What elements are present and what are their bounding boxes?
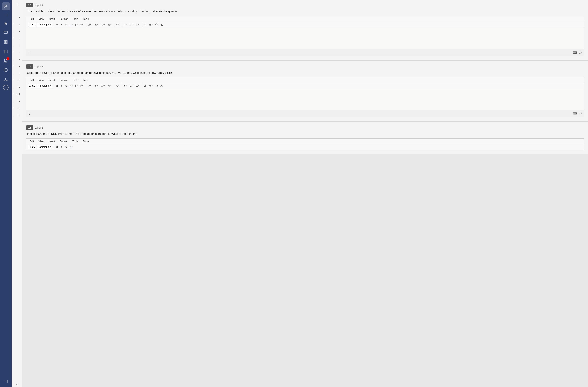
- font-color-btn-18[interactable]: A ∨: [69, 145, 74, 149]
- font-color-btn-17[interactable]: A ∨: [69, 84, 74, 88]
- italic-btn-16[interactable]: I: [59, 22, 63, 27]
- menu-format-16[interactable]: Format: [59, 17, 68, 21]
- spell-btn-17[interactable]: ✎ ∨: [115, 84, 120, 88]
- num-6[interactable]: 6: [12, 49, 22, 56]
- underline-btn-16[interactable]: U: [64, 22, 68, 27]
- cloud-btn-16[interactable]: [159, 22, 164, 27]
- menu-format-18[interactable]: Format: [59, 139, 68, 143]
- clock-icon[interactable]: [2, 66, 10, 74]
- paragraph-18[interactable]: Paragraph ∨: [37, 145, 52, 149]
- link-btn-17[interactable]: ∨: [87, 84, 93, 88]
- menu-tools-17[interactable]: Tools: [72, 78, 79, 82]
- underline-btn-17[interactable]: U: [64, 84, 68, 88]
- user-icon[interactable]: [2, 2, 10, 10]
- num-3[interactable]: 3: [12, 28, 22, 35]
- align-btn-16[interactable]: ≡∨: [123, 22, 128, 27]
- paragraph-16[interactable]: Paragraph ∨: [37, 22, 52, 27]
- menu-view-17[interactable]: View: [38, 78, 45, 82]
- menu-table-16[interactable]: Table: [82, 17, 90, 21]
- highlight-btn-17[interactable]: ∥∨: [74, 84, 79, 88]
- list-btn-17[interactable]: ∨: [128, 84, 134, 88]
- num-11[interactable]: 11: [12, 84, 22, 91]
- question-17-block: 17 1 point Order from HCP for IV infusio…: [22, 61, 588, 121]
- format-btn-17[interactable]: Io: [143, 84, 147, 88]
- paragraph-17[interactable]: Paragraph ∨: [37, 84, 52, 88]
- menu-insert-18[interactable]: Insert: [48, 139, 56, 143]
- editor-16-body[interactable]: [26, 28, 584, 49]
- accessibility-icon-17[interactable]: ⓪: [579, 112, 582, 116]
- num-5[interactable]: 5: [12, 42, 22, 49]
- num-7[interactable]: 7: [12, 56, 22, 63]
- embed-btn-16[interactable]: ∨: [106, 22, 112, 27]
- embed-btn-17[interactable]: ∨: [106, 84, 112, 88]
- menu-format-17[interactable]: Format: [59, 78, 68, 82]
- accessibility-icon-16[interactable]: ⓪: [579, 51, 582, 55]
- document-badge-icon[interactable]: [2, 57, 10, 64]
- italic-btn-18[interactable]: I: [59, 145, 63, 149]
- menu-insert-16[interactable]: Insert: [48, 17, 56, 21]
- layout-grid-icon[interactable]: [2, 38, 10, 46]
- bookmark-star-icon[interactable]: [2, 20, 10, 27]
- menu-table-18[interactable]: Table: [82, 139, 90, 143]
- network-icon[interactable]: [2, 75, 10, 83]
- superscript-btn-16[interactable]: T2 ∨: [79, 22, 84, 27]
- sqrt-btn-17[interactable]: √x: [154, 84, 159, 88]
- font-color-btn-16[interactable]: A ∨: [69, 22, 74, 27]
- sqrt-btn-16[interactable]: √x: [154, 22, 159, 27]
- num-2[interactable]: 2: [12, 21, 22, 28]
- editor-17-body[interactable]: [26, 89, 584, 110]
- font-size-17[interactable]: 12pt ∨: [28, 84, 36, 88]
- spell-btn-16[interactable]: ✎ ∨: [115, 22, 120, 27]
- num-14[interactable]: 14: [12, 105, 22, 112]
- bold-btn-17[interactable]: B: [55, 84, 59, 88]
- cloud-btn-17[interactable]: [159, 84, 164, 88]
- menu-view-18[interactable]: View: [38, 139, 45, 143]
- font-size-18[interactable]: 12pt ∨: [28, 145, 36, 149]
- menu-tools-16[interactable]: Tools: [72, 17, 79, 21]
- num-15[interactable]: 15: [12, 112, 22, 119]
- num-10[interactable]: 10: [12, 77, 22, 84]
- menu-edit-16[interactable]: Edit: [29, 17, 35, 21]
- format-btn-16[interactable]: Io: [143, 22, 147, 27]
- num-12[interactable]: · 12: [12, 91, 22, 98]
- italic-btn-17[interactable]: I: [59, 84, 63, 88]
- menu-table-17[interactable]: Table: [82, 78, 90, 82]
- monitor-icon[interactable]: [2, 29, 10, 37]
- keyboard-icon-16[interactable]: ⌨: [573, 51, 577, 54]
- num-4[interactable]: 4: [12, 35, 22, 42]
- menu-edit-17[interactable]: Edit: [29, 78, 35, 82]
- num-1[interactable]: 1: [12, 14, 22, 21]
- keyboard-icon-17[interactable]: ⌨: [573, 112, 577, 115]
- nav-arrow-top[interactable]: →|: [15, 3, 19, 6]
- bold-btn-16[interactable]: B: [55, 22, 59, 27]
- image-btn-17[interactable]: ∨: [94, 84, 100, 88]
- menu-tools-18[interactable]: Tools: [72, 139, 79, 143]
- num-8[interactable]: 8: [12, 63, 22, 70]
- highlight-btn-16[interactable]: ∥ ∨: [74, 22, 79, 27]
- calendar-icon[interactable]: [2, 47, 10, 55]
- menu-insert-17[interactable]: Insert: [48, 78, 56, 82]
- underline-btn-18[interactable]: U: [64, 145, 68, 149]
- indent-btn-17[interactable]: ∨: [135, 84, 141, 88]
- superscript-btn-17[interactable]: T2∨: [79, 84, 84, 88]
- link-btn-16[interactable]: ∨: [87, 22, 93, 27]
- media-btn-17[interactable]: ∨: [100, 84, 106, 88]
- collapse-icon[interactable]: →|: [4, 379, 8, 383]
- num-9[interactable]: 9: [12, 70, 22, 77]
- menu-view-16[interactable]: View: [38, 17, 45, 21]
- help-icon[interactable]: ?: [3, 85, 9, 90]
- main-content-area: 16 1 point The physician orders 1000 mL …: [22, 0, 588, 387]
- table-btn-16[interactable]: ∨: [148, 22, 154, 27]
- indent-btn-16[interactable]: ∨: [135, 22, 141, 27]
- media-btn-16[interactable]: ∨: [100, 22, 106, 27]
- menu-edit-18[interactable]: Edit: [29, 139, 35, 143]
- align-btn-17[interactable]: ≡∨: [123, 84, 128, 88]
- nav-arrow-bottom[interactable]: →|: [15, 383, 19, 386]
- list-btn-16[interactable]: ∨: [128, 22, 134, 27]
- font-size-16[interactable]: 12pt ∨: [28, 22, 36, 27]
- bold-btn-18[interactable]: B: [55, 145, 59, 149]
- table-btn-17[interactable]: ∨: [148, 84, 154, 88]
- image-btn-16[interactable]: ∨: [94, 22, 100, 27]
- num-13[interactable]: 13: [12, 98, 22, 105]
- arrow-right-top-icon[interactable]: →|: [4, 13, 8, 16]
